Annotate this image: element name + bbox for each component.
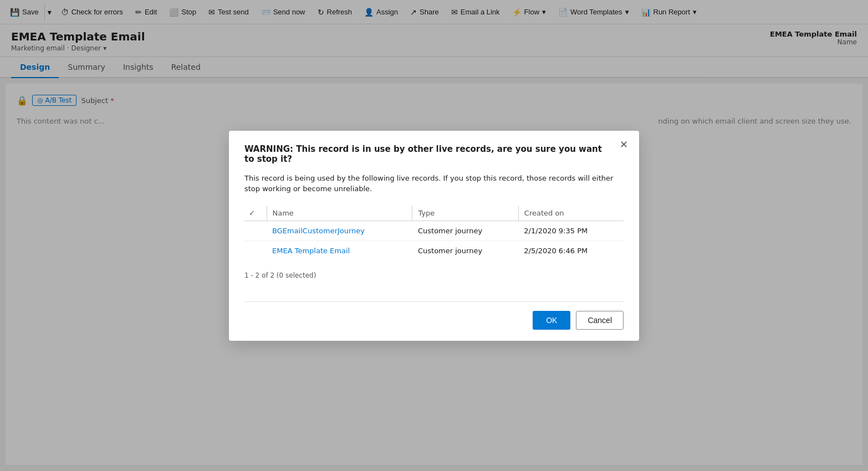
dialog-close-button[interactable]: ✕ [617, 137, 630, 152]
warning-dialog: ✕ WARNING: This record is in use by othe… [229, 131, 639, 341]
row-type-cell: Customer journey [412, 221, 518, 240]
modal-overlay: ✕ WARNING: This record is in use by othe… [0, 0, 868, 471]
cancel-button[interactable]: Cancel [576, 311, 624, 330]
col-header-created: Created on [518, 206, 624, 221]
dialog-footer: OK Cancel [244, 301, 624, 330]
row-name-cell: EMEA Template Email [267, 240, 412, 260]
check-header-content: ✓ [249, 209, 261, 217]
dialog-body-text: This record is being used by the followi… [244, 173, 624, 194]
row-check-cell [244, 221, 267, 240]
row-created-cell: 2/1/2020 9:35 PM [518, 221, 624, 240]
table-row: BGEmailCustomerJourney Customer journey … [244, 221, 624, 240]
col-header-name: Name [267, 206, 412, 221]
row-created-cell: 2/5/2020 6:46 PM [518, 240, 624, 260]
close-icon: ✕ [620, 139, 628, 150]
record-link[interactable]: EMEA Template Email [272, 247, 350, 255]
col-header-check: ✓ [244, 206, 267, 221]
row-check-cell [244, 240, 267, 260]
records-table: ✓ Name Type Created on BGEmailCustomerJo… [244, 206, 624, 260]
record-link[interactable]: BGEmailCustomerJourney [272, 227, 365, 235]
records-count: 1 - 2 of 2 (0 selected) [244, 267, 624, 279]
row-type-cell: Customer journey [412, 240, 518, 260]
row-name-cell: BGEmailCustomerJourney [267, 221, 412, 240]
col-header-type: Type [412, 206, 518, 221]
table-row: EMEA Template Email Customer journey 2/5… [244, 240, 624, 260]
ok-button[interactable]: OK [533, 311, 570, 330]
dialog-title: WARNING: This record is in use by other … [244, 144, 624, 164]
